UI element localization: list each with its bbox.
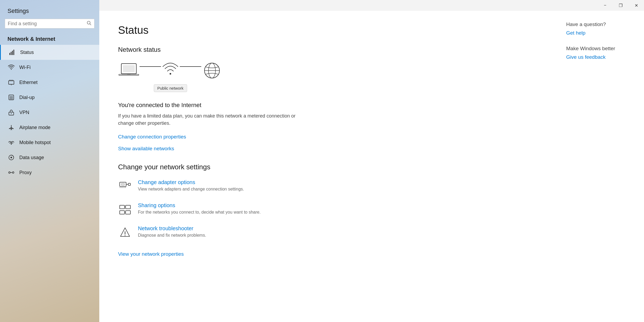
svg-rect-2: [9, 53, 10, 55]
svg-point-25: [11, 144, 12, 145]
sidebar-item-proxy[interactable]: Proxy: [0, 165, 99, 180]
close-button[interactable]: ✕: [628, 0, 644, 11]
svg-point-34: [170, 73, 171, 75]
sidebar: Settings Network & Internet Status: [0, 0, 99, 322]
settings-item-adapter[interactable]: Change adapter options View network adap…: [118, 179, 534, 193]
svg-rect-45: [120, 211, 125, 214]
sidebar-item-status[interactable]: Status: [0, 45, 99, 60]
sharing-desc: For the networks you connect to, decide …: [138, 210, 261, 215]
sidebar-item-datausage[interactable]: Data usage: [0, 150, 99, 165]
search-box[interactable]: [5, 19, 94, 28]
svg-point-28: [9, 172, 10, 173]
troubleshoot-desc: Diagnose and fix network problems.: [138, 233, 206, 238]
svg-point-15: [11, 96, 12, 97]
content-area: Status Network status: [99, 11, 644, 322]
sidebar-item-label-vpn: VPN: [19, 110, 29, 115]
sidebar-item-hotspot[interactable]: Mobile hotspot: [0, 135, 99, 150]
sidebar-item-label-airplane: Airplane mode: [19, 125, 50, 130]
troubleshoot-title: Network troubleshooter: [138, 225, 206, 232]
svg-point-18: [11, 97, 12, 98]
diagram-line-1: [140, 66, 161, 67]
svg-point-29: [12, 172, 14, 173]
feedback-link[interactable]: Give us feedback: [566, 54, 631, 60]
diagram-wifi-icon: [161, 61, 180, 79]
connected-text: You're connected to the Internet: [118, 102, 534, 109]
change-connection-link[interactable]: Change connection properties: [118, 134, 186, 140]
svg-rect-43: [120, 205, 125, 209]
svg-point-19: [12, 97, 13, 98]
data-usage-icon: [8, 154, 15, 161]
show-networks-link[interactable]: Show available networks: [118, 146, 174, 152]
minimize-button[interactable]: −: [597, 0, 613, 11]
sidebar-item-vpn[interactable]: VPN: [0, 105, 99, 120]
sharing-icon: [118, 202, 132, 216]
window-controls: − ❐ ✕: [597, 0, 644, 11]
svg-point-22: [12, 98, 13, 99]
ethernet-icon: [8, 79, 15, 86]
section-label: Network & Internet: [0, 33, 99, 45]
svg-rect-39: [121, 183, 125, 185]
sidebar-item-label-datausage: Data usage: [19, 155, 44, 160]
troubleshoot-content: Network troubleshooter Diagnose and fix …: [138, 225, 206, 238]
svg-point-20: [10, 98, 11, 99]
help-sidebar: Have a question? Get help Make Windows b…: [553, 11, 644, 322]
adapter-title: Change adapter options: [138, 179, 244, 185]
laptop-icon: [118, 61, 140, 80]
svg-point-50: [125, 235, 126, 236]
restore-button[interactable]: ❐: [613, 0, 628, 11]
hotspot-icon: [8, 139, 15, 146]
svg-point-24: [11, 113, 12, 114]
svg-rect-7: [9, 81, 14, 84]
svg-point-21: [11, 98, 12, 99]
get-help-link[interactable]: Get help: [566, 30, 631, 36]
sidebar-item-label-status: Status: [20, 50, 34, 55]
page-title: Status: [118, 24, 534, 36]
svg-rect-5: [13, 50, 14, 55]
svg-line-1: [90, 24, 91, 25]
settings-item-sharing[interactable]: Sharing options For the networks you con…: [118, 202, 534, 216]
content-main: Status Network status: [99, 11, 553, 322]
view-properties-link[interactable]: View your network properties: [118, 251, 184, 257]
sidebar-item-dialup[interactable]: Dial-up: [0, 90, 99, 105]
diagram-globe: [201, 61, 223, 80]
network-tooltip: Public network: [154, 84, 187, 92]
svg-rect-44: [126, 205, 130, 209]
adapter-desc: View network adapters and change connect…: [138, 187, 244, 192]
sidebar-item-wifi[interactable]: Wi-Fi: [0, 60, 99, 75]
sidebar-item-label-ethernet: Ethernet: [19, 80, 38, 85]
diagram-wifi: Public network: [161, 61, 180, 80]
help-question-title: Have a question?: [566, 21, 631, 27]
info-text: If you have a limited data plan, you can…: [118, 112, 306, 127]
search-icon: [87, 21, 92, 27]
adapter-icon: [118, 179, 132, 193]
svg-rect-3: [11, 52, 12, 55]
troubleshoot-icon: [118, 225, 132, 239]
svg-point-17: [10, 97, 11, 98]
svg-point-27: [10, 157, 12, 158]
settings-item-troubleshoot[interactable]: Network troubleshooter Diagnose and fix …: [118, 225, 534, 239]
svg-point-14: [10, 96, 11, 97]
make-better-title: Make Windows better: [566, 46, 631, 52]
search-input[interactable]: [8, 21, 87, 27]
sidebar-item-ethernet[interactable]: Ethernet: [0, 75, 99, 90]
sharing-title: Sharing options: [138, 202, 261, 208]
sidebar-item-label-wifi: Wi-Fi: [19, 65, 31, 70]
sidebar-item-label-dialup: Dial-up: [19, 95, 35, 100]
wifi-icon: [8, 64, 15, 71]
titlebar: − ❐ ✕: [99, 0, 644, 11]
svg-point-16: [12, 96, 13, 97]
svg-rect-4: [12, 51, 13, 55]
svg-point-6: [11, 69, 12, 70]
svg-rect-41: [128, 183, 130, 185]
sidebar-item-label-proxy: Proxy: [19, 170, 32, 175]
diagram-line-2: [180, 66, 201, 67]
sharing-content: Sharing options For the networks you con…: [138, 202, 261, 215]
adapter-content: Change adapter options View network adap…: [138, 179, 244, 192]
sidebar-item-label-hotspot: Mobile hotspot: [19, 140, 51, 145]
app-title: Settings: [0, 0, 99, 19]
diagram-laptop: [118, 61, 140, 80]
sidebar-item-airplane[interactable]: Airplane mode: [0, 120, 99, 135]
change-heading: Change your network settings: [118, 163, 534, 171]
network-diagram: Public network: [118, 61, 534, 80]
vpn-icon: [8, 109, 15, 116]
